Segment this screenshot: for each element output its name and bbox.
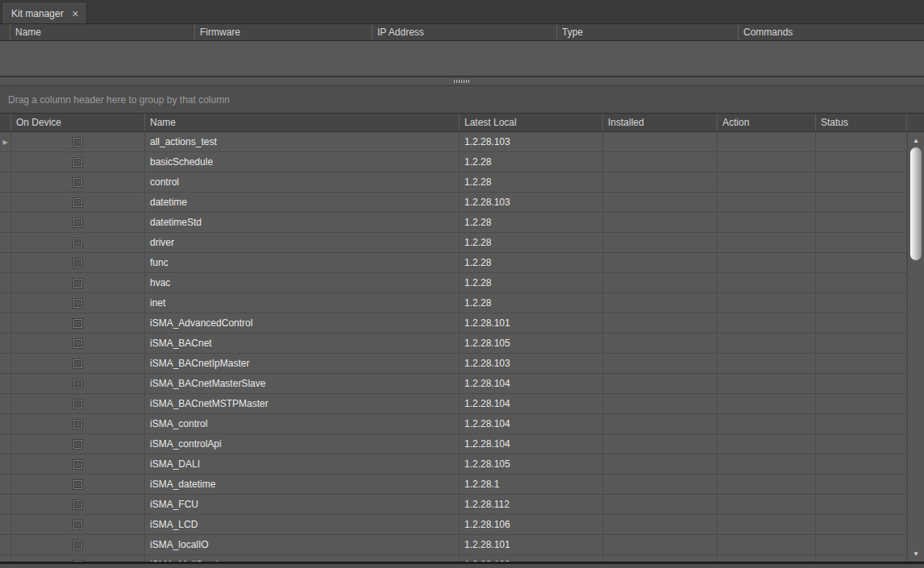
column-header-firmware[interactable]: Firmware	[195, 24, 373, 40]
checkbox-inner	[74, 400, 81, 408]
kit-name: iSMA_localIO	[145, 535, 460, 554]
table-row[interactable]: iSMA_BACnet 1.2.28.105	[0, 334, 924, 354]
row-indicator	[0, 193, 11, 212]
scroll-down-button[interactable]: ▼	[908, 547, 924, 560]
column-header-kit-name[interactable]: Name	[145, 114, 460, 131]
kit-latest-local: 1.2.28.104	[460, 374, 603, 393]
kit-latest-local: 1.2.28.101	[460, 535, 603, 554]
table-row[interactable]: iSMA_datetime 1.2.28.1	[0, 475, 924, 495]
on-device-checkbox[interactable]	[73, 258, 83, 268]
on-device-checkbox[interactable]	[73, 560, 83, 562]
table-row[interactable]: iSMA_BACnetMSTPMaster 1.2.28.104	[0, 394, 924, 414]
on-device-cell	[11, 535, 145, 554]
on-device-checkbox[interactable]	[73, 439, 83, 450]
kit-action	[718, 273, 816, 292]
kit-latest-local: 1.2.28	[460, 293, 603, 313]
table-row[interactable]: datetime 1.2.28.103	[0, 193, 924, 213]
close-icon[interactable]: ✕	[72, 10, 79, 19]
group-by-drop-zone[interactable]: Drag a column header here to group by th…	[0, 86, 924, 113]
kit-name: iSMA_datetime	[145, 475, 460, 494]
table-row[interactable]: inet 1.2.28	[0, 293, 924, 313]
on-device-cell	[11, 334, 145, 353]
kit-action	[718, 535, 816, 554]
on-device-checkbox[interactable]	[73, 338, 83, 349]
devices-grid-body-empty	[0, 41, 924, 77]
column-header-commands[interactable]: Commands	[739, 24, 924, 40]
on-device-checkbox[interactable]	[73, 298, 83, 309]
checkbox-inner	[74, 501, 81, 508]
table-row[interactable]: iSMA_control 1.2.28.104	[0, 414, 924, 434]
kit-installed	[603, 354, 718, 373]
table-row[interactable]: iSMA_localIO 1.2.28.101	[0, 535, 924, 555]
kit-status	[816, 293, 907, 313]
on-device-checkbox[interactable]	[73, 278, 83, 288]
table-row[interactable]: iSMA_MailService 1.2.28.102	[0, 555, 924, 562]
table-row[interactable]: iSMA_AdvancedControl 1.2.28.101	[0, 313, 924, 334]
kits-grid-header: On Device Name Latest Local Installed Ac…	[0, 113, 924, 132]
on-device-cell	[11, 414, 145, 433]
tab-kit-manager[interactable]: Kit manager ✕	[3, 3, 87, 23]
scroll-up-button[interactable]: ▲	[908, 134, 924, 147]
window-bottom-edge	[0, 562, 924, 568]
column-header-action[interactable]: Action	[718, 114, 816, 131]
on-device-checkbox[interactable]	[73, 459, 83, 470]
table-row[interactable]: iSMA_BACnetMasterSlave 1.2.28.104	[0, 374, 924, 394]
vertical-scrollbar[interactable]: ▲ ▼	[907, 132, 924, 562]
kit-latest-local: 1.2.28.112	[460, 495, 603, 514]
kit-name: iSMA_BACnetIpMaster	[145, 354, 460, 373]
column-header-latest-local[interactable]: Latest Local	[460, 114, 603, 131]
scrollbar-thumb[interactable]	[910, 147, 922, 260]
on-device-checkbox[interactable]	[73, 419, 83, 429]
kit-action	[718, 132, 816, 151]
table-row[interactable]: basicSchedule 1.2.28	[0, 152, 924, 172]
table-row[interactable]: ▶ all_actions_test 1.2.28.103	[0, 132, 924, 152]
kit-action	[718, 434, 816, 454]
kits-rows: ▶ all_actions_test 1.2.28.103 basicSched…	[0, 132, 924, 562]
column-header-name[interactable]: Name	[10, 24, 195, 40]
column-header-on-device[interactable]: On Device	[11, 114, 145, 131]
on-device-checkbox[interactable]	[73, 359, 83, 369]
on-device-checkbox[interactable]	[73, 500, 83, 510]
on-device-checkbox[interactable]	[73, 520, 83, 530]
table-row[interactable]: func 1.2.28	[0, 253, 924, 273]
kit-name: func	[145, 253, 460, 272]
column-header-type[interactable]: Type	[557, 24, 739, 40]
table-row[interactable]: iSMA_LCD 1.2.28.106	[0, 515, 924, 535]
on-device-checkbox[interactable]	[73, 177, 83, 188]
kit-name: iSMA_DALI	[145, 454, 460, 474]
on-device-cell	[11, 555, 145, 562]
kit-installed	[603, 313, 718, 333]
table-row[interactable]: iSMA_DALI 1.2.28.105	[0, 454, 924, 475]
table-row[interactable]: iSMA_controlApi 1.2.28.104	[0, 434, 924, 454]
row-indicator	[0, 233, 11, 252]
column-header-ip-address[interactable]: IP Address	[373, 24, 557, 40]
on-device-checkbox[interactable]	[73, 379, 83, 389]
horizontal-splitter[interactable]	[0, 77, 924, 86]
kit-action	[718, 334, 816, 353]
table-row[interactable]: hvac 1.2.28	[0, 273, 924, 293]
kit-name: iSMA_AdvancedControl	[145, 313, 460, 333]
table-row[interactable]: datetimeStd 1.2.28	[0, 213, 924, 233]
checkbox-inner	[74, 320, 81, 327]
on-device-checkbox[interactable]	[73, 157, 83, 168]
row-indicator	[0, 172, 11, 192]
checkbox-inner	[74, 300, 81, 307]
kit-installed	[603, 434, 718, 454]
on-device-checkbox[interactable]	[73, 218, 83, 228]
table-row[interactable]: control 1.2.28	[0, 172, 924, 193]
table-row[interactable]: driver 1.2.28	[0, 233, 924, 253]
table-row[interactable]: iSMA_BACnetIpMaster 1.2.28.103	[0, 354, 924, 374]
on-device-checkbox[interactable]	[73, 399, 83, 409]
on-device-checkbox[interactable]	[73, 540, 83, 550]
on-device-checkbox[interactable]	[73, 479, 83, 490]
on-device-checkbox[interactable]	[73, 238, 83, 248]
on-device-checkbox[interactable]	[73, 137, 83, 147]
kit-action	[718, 495, 816, 514]
column-header-status[interactable]: Status	[816, 114, 907, 131]
kit-latest-local: 1.2.28.102	[460, 555, 603, 562]
on-device-checkbox[interactable]	[73, 197, 83, 208]
checkbox-inner	[74, 461, 81, 468]
column-header-installed[interactable]: Installed	[603, 114, 718, 131]
on-device-checkbox[interactable]	[73, 318, 83, 329]
table-row[interactable]: iSMA_FCU 1.2.28.112	[0, 495, 924, 515]
